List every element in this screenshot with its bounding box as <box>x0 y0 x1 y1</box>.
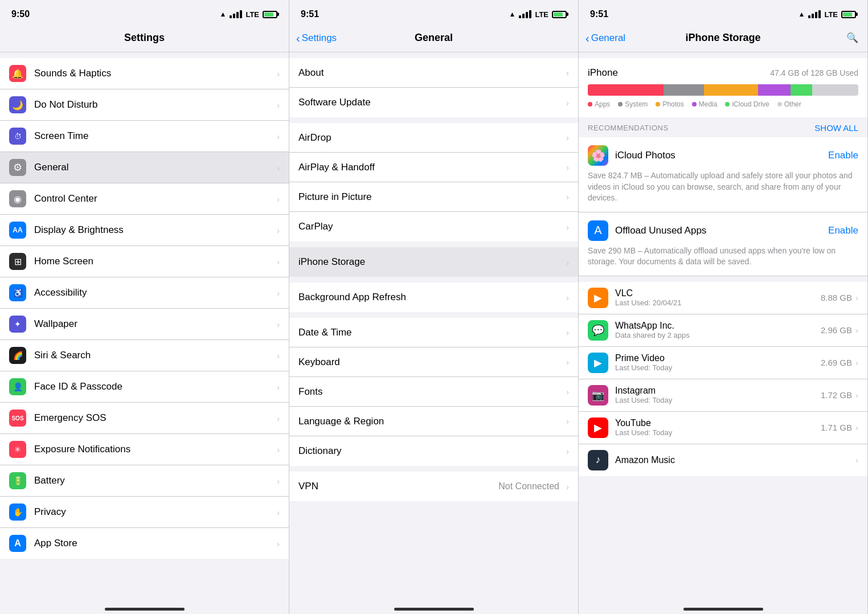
rec-card-offloadunusedapps[interactable]: A Offload Unused Apps Enable Save 290 MB… <box>579 212 867 276</box>
chevron-donotdisturb: › <box>277 100 280 110</box>
general-item-airplayhandoff[interactable]: AirPlay & Handoff › <box>289 153 578 182</box>
general-title: General <box>415 32 453 44</box>
settings-item-wallpaper[interactable]: ✦ Wallpaper › <box>0 309 289 340</box>
app-icon-vlc: ▶ <box>588 288 608 308</box>
legend-label: Media <box>699 100 718 108</box>
app-size-primevideo: 2.69 GB <box>821 358 852 367</box>
rec-icon-offloadunusedapps: A <box>588 220 608 241</box>
chevron-controlcenter: › <box>277 194 280 204</box>
settings-item-sirisearch[interactable]: 🌈 Siri & Search › <box>0 340 289 371</box>
app-chevron-whatsapp: › <box>855 325 858 335</box>
app-item-vlc[interactable]: ▶ VLC Last Used: 20/04/21 8.88 GB › <box>579 282 867 314</box>
back-label-2: Settings <box>302 32 337 44</box>
app-sub-whatsapp: Data shared by 2 apps <box>615 331 821 339</box>
label-wallpaper: Wallpaper <box>34 318 273 330</box>
app-item-amazonmusic[interactable]: ♪ Amazon Music › <box>579 444 867 476</box>
home-indicator-2 <box>394 608 474 611</box>
time-2: 9:51 <box>301 9 319 19</box>
chevron-faceid: › <box>277 382 280 392</box>
settings-item-emergencysos[interactable]: SOS Emergency SOS › <box>0 403 289 434</box>
settings-item-sounds[interactable]: 🔔 Sounds & Haptics › <box>0 58 289 89</box>
location-icon-3: ▲ <box>799 10 805 18</box>
storage-nav-bar: ‹ General iPhone Storage 🔍 <box>579 25 867 52</box>
settings-list: 🔔 Sounds & Haptics › 🌙 Do Not Disturb › … <box>0 58 289 559</box>
settings-item-homescreen[interactable]: ⊞ Home Screen › <box>0 246 289 277</box>
label-faceid: Face ID & Passcode <box>34 381 273 392</box>
battery-icon-2 <box>552 11 567 18</box>
app-icon-youtube: ▶ <box>588 417 608 438</box>
general-item-softwareupdate[interactable]: Software Update › <box>289 88 578 117</box>
rec-card-icloudphotos[interactable]: 🌸 iCloud Photos Enable Save 824.7 MB – A… <box>579 137 867 212</box>
settings-item-donotdisturb[interactable]: 🌙 Do Not Disturb › <box>0 89 289 121</box>
label-languageregion: Language & Region <box>298 416 563 427</box>
storage-back-button[interactable]: ‹ General <box>586 32 625 44</box>
settings-item-battery[interactable]: 🔋 Battery › <box>0 465 289 497</box>
app-item-youtube[interactable]: ▶ YouTube Last Used: Today 1.71 GB › <box>579 412 867 444</box>
legend-other: Other <box>777 100 801 108</box>
general-item-dictionary[interactable]: Dictionary › <box>289 436 578 466</box>
rec-enable-offloadunusedapps[interactable]: Enable <box>828 225 858 236</box>
settings-panel: 9:50 ▲ LTE Settings 🔔 Sounds & Haptics ›… <box>0 0 289 614</box>
settings-item-controlcenter[interactable]: ◉ Control Center › <box>0 183 289 215</box>
legend-label: iCloud Drive <box>732 100 769 108</box>
app-item-whatsapp[interactable]: 💬 WhatsApp Inc. Data shared by 2 apps 2.… <box>579 314 867 347</box>
label-softwareupdate: Software Update <box>298 97 563 108</box>
settings-item-general[interactable]: ⚙ General › <box>0 152 289 183</box>
general-item-datetime[interactable]: Date & Time › <box>289 318 578 347</box>
bar2b <box>522 14 525 18</box>
general-back-button[interactable]: ‹ Settings <box>296 32 337 44</box>
label-airplayhandoff: AirPlay & Handoff <box>298 162 563 173</box>
chevron-languageregion: › <box>566 416 569 426</box>
rec-header-icloudphotos: 🌸 iCloud Photos Enable <box>588 145 858 166</box>
settings-item-screentime[interactable]: ⏱ Screen Time › <box>0 121 289 152</box>
app-item-primevideo[interactable]: ▶ Prime Video Last Used: Today 2.69 GB › <box>579 347 867 379</box>
general-nav-bar: ‹ Settings General <box>289 25 578 52</box>
chevron-emergencysos: › <box>277 414 280 423</box>
general-item-languageregion[interactable]: Language & Region › <box>289 407 578 436</box>
general-item-carplay[interactable]: CarPlay › <box>289 212 578 241</box>
label-sirisearch: Siri & Search <box>34 350 273 361</box>
general-item-airdrop[interactable]: AirDrop › <box>289 123 578 153</box>
home-indicator-1 <box>105 608 185 611</box>
general-item-keyboard[interactable]: Keyboard › <box>289 347 578 377</box>
settings-item-exposurenotifications[interactable]: ✳ Exposure Notifications › <box>0 434 289 465</box>
settings-item-faceid[interactable]: 👤 Face ID & Passcode › <box>0 371 289 403</box>
bar2 <box>233 14 235 18</box>
label-displaybrightness: Display & Brightness <box>34 224 273 236</box>
app-name-vlc: VLC <box>615 288 821 298</box>
label-donotdisturb: Do Not Disturb <box>34 99 273 110</box>
search-button[interactable]: 🔍 <box>846 32 858 44</box>
status-right-3: ▲ LTE <box>799 10 856 19</box>
settings-item-accessibility[interactable]: ♿ Accessibility › <box>0 277 289 309</box>
app-name-amazonmusic: Amazon Music <box>615 455 855 465</box>
app-item-instagram[interactable]: 📷 Instagram Last Used: Today 1.72 GB › <box>579 379 867 412</box>
general-item-fonts[interactable]: Fonts › <box>289 377 578 407</box>
status-right-1: ▲ LTE <box>220 10 277 19</box>
back-chevron-2: ‹ <box>296 32 300 44</box>
label-dictionary: Dictionary <box>298 445 563 457</box>
settings-content: 🔔 Sounds & Haptics › 🌙 Do Not Disturb › … <box>0 52 289 603</box>
app-chevron-amazonmusic: › <box>855 455 858 465</box>
chevron-carplay: › <box>566 222 569 232</box>
general-section-5: VPN Not Connected› <box>289 472 578 501</box>
chevron-keyboard: › <box>566 357 569 367</box>
general-item-vpn[interactable]: VPN Not Connected› <box>289 472 578 501</box>
settings-item-displaybrightness[interactable]: AA Display & Brightness › <box>0 215 289 246</box>
rec-header-offloadunusedapps: A Offload Unused Apps Enable <box>588 220 858 241</box>
app-info-amazonmusic: Amazon Music <box>615 455 855 465</box>
signal-bars-2 <box>519 10 531 18</box>
general-item-backgroundapprefresh[interactable]: Background App Refresh › <box>289 283 578 312</box>
settings-item-privacy[interactable]: ✋ Privacy › <box>0 497 289 528</box>
chevron-softwareupdate: › <box>566 98 569 108</box>
general-item-iphonestorage[interactable]: iPhone Storage › <box>289 247 578 277</box>
icon-appstore: A <box>9 535 26 552</box>
label-homescreen: Home Screen <box>34 256 273 267</box>
show-all-button[interactable]: SHOW ALL <box>814 123 858 133</box>
general-item-pictureinpicture[interactable]: Picture in Picture › <box>289 182 578 212</box>
battery-icon-1 <box>263 11 277 18</box>
general-item-about[interactable]: About › <box>289 58 578 88</box>
storage-segment-system <box>664 84 704 96</box>
rec-enable-icloudphotos[interactable]: Enable <box>828 150 858 161</box>
settings-item-appstore[interactable]: A App Store › <box>0 528 289 559</box>
chevron-about: › <box>566 68 569 77</box>
